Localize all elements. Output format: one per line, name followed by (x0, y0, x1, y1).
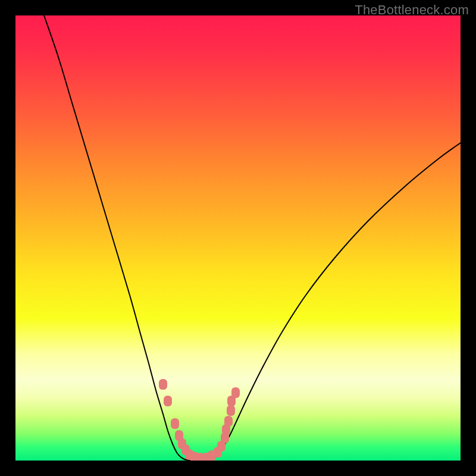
data-marker (231, 387, 240, 398)
bottleneck-curve (44, 15, 461, 461)
data-marker (159, 379, 167, 390)
data-marker (171, 418, 179, 429)
data-marker (224, 416, 233, 427)
data-markers (159, 379, 240, 461)
watermark-text: TheBottleneck.com (355, 2, 469, 18)
data-marker (227, 405, 235, 416)
data-marker (164, 396, 172, 406)
chart-frame: TheBottleneck.com (0, 0, 476, 476)
curve-svg (15, 15, 461, 461)
plot-area (15, 15, 461, 461)
